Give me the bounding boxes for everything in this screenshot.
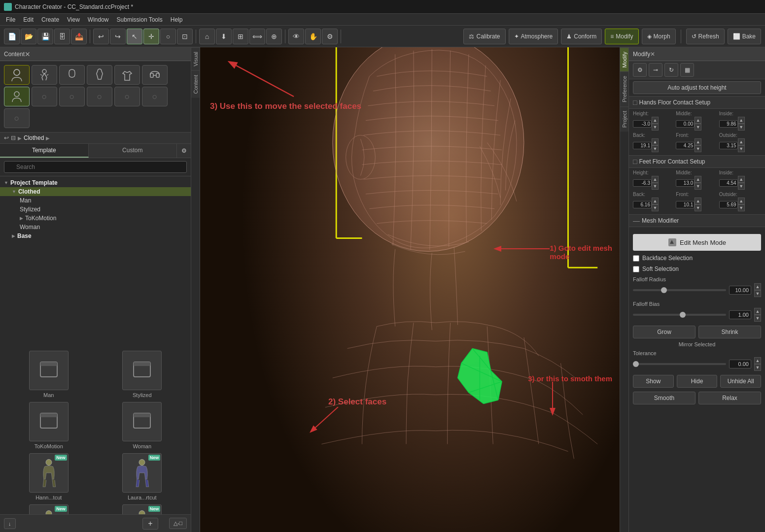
tab-template[interactable]: Template [0,144,89,158]
hands-front-input[interactable] [676,142,695,149]
tolerance-down[interactable]: ▼ [754,364,761,371]
circle-tool-button[interactable]: ○ [160,29,176,44]
tree-woman[interactable]: Woman [0,223,191,232]
hands-back-down[interactable]: ▼ [652,145,659,152]
feet-middle-input[interactable] [676,179,695,187]
tolerance-up[interactable]: ▲ [754,357,761,364]
falloff-radius-thumb[interactable] [661,287,667,293]
feet-inside-down[interactable]: ▼ [738,183,745,190]
modify-tool-edit1[interactable]: ⊸ [649,63,662,77]
settings2-button[interactable]: ⚙ [322,29,338,44]
pivot-button[interactable]: ⊕ [266,29,282,44]
modify-tool-settings[interactable]: ⚙ [633,63,647,77]
conform-button[interactable]: ♟ Conform [561,29,602,44]
new-file-button[interactable]: 📄 [4,29,20,44]
feet-back-down[interactable]: ▼ [652,204,659,211]
save-as-button[interactable]: 🗄 [54,29,70,44]
cat-circle3-icon[interactable]: ○ [87,87,112,106]
hands-outside-up[interactable]: ▲ [738,138,745,145]
hands-back-up[interactable]: ▲ [652,138,659,145]
thumb-woman[interactable]: Woman [98,402,187,449]
falloff-bias-thumb[interactable] [680,312,686,318]
thumb-stylized[interactable]: Stylized [98,351,187,398]
thumb-linus[interactable]: New Linus...rtcut [4,504,94,514]
hands-height-up[interactable]: ▲ [652,117,659,124]
calibrate-button[interactable]: ⚖ Calibrate [463,29,505,44]
feet-height-input[interactable] [633,179,652,187]
menu-edit[interactable]: Edit [19,15,37,24]
redo-button[interactable]: ↪ [110,29,126,44]
right-tab-preference[interactable]: Preference [620,71,628,106]
expand-button[interactable]: ⊡ [177,29,193,44]
tree-clothed[interactable]: ▼ Clothed [0,187,191,196]
export-button[interactable]: 📤 [71,29,87,44]
auto-adjust-button[interactable]: Auto adjust foot height [633,81,761,94]
hands-middle-input[interactable] [676,120,695,128]
falloff-radius-up[interactable]: ▲ [754,283,761,290]
hide-button[interactable]: Hide [677,375,718,388]
cat-hair-icon[interactable] [59,65,85,85]
import-button[interactable]: ⬇ [216,29,232,44]
falloff-bias-input[interactable] [729,310,751,319]
tab-settings-button[interactable]: ⚙ [177,144,191,158]
falloff-bias-track[interactable] [633,314,726,316]
feet-middle-down[interactable]: ▼ [695,183,701,190]
falloff-radius-down[interactable]: ▼ [754,290,761,297]
tree-tokomion[interactable]: ▶ ToKoMotion [0,214,191,223]
menu-create[interactable]: Create [37,15,63,24]
backface-checkbox[interactable] [633,255,639,262]
hands-inside-up[interactable]: ▲ [738,117,745,124]
shrink-button[interactable]: Shrink [698,326,761,338]
thumb-hann[interactable]: New Hann...tcut [4,453,94,500]
tree-stylized[interactable]: Stylized [0,205,191,214]
falloff-radius-input[interactable] [729,286,751,295]
right-tab-modify[interactable]: Modify [620,47,628,71]
select-button[interactable]: ↖ [127,29,142,44]
tolerance-track[interactable] [633,363,726,365]
tree-base[interactable]: ▶ Base [0,232,191,240]
side-tab-content[interactable]: Content [191,70,200,98]
open-button[interactable]: 📂 [21,29,36,44]
tolerance-input[interactable] [729,360,751,368]
thumb-natalie[interactable]: New NATALIE [98,504,187,514]
cat-circle2-icon[interactable]: ○ [59,87,85,106]
modify-tool-edit2[interactable]: ↻ [664,63,678,77]
hands-height-down[interactable]: ▼ [652,124,659,131]
cat-motion-icon[interactable] [32,65,57,85]
cat-clothes-icon[interactable] [114,65,140,85]
feet-height-down[interactable]: ▼ [652,183,659,190]
falloff-radius-track[interactable] [633,289,726,291]
hands-floor-header[interactable]: □ Hands Floor Contact Setup [629,97,765,109]
breadcrumb-clothed[interactable]: Clothed [24,134,44,141]
unhide-all-button[interactable]: Unhide All [720,375,761,388]
show-button[interactable]: Show [633,375,674,388]
tab-custom[interactable]: Custom [89,144,177,158]
thumb-laura[interactable]: New Laura...rtcut [98,453,187,500]
menu-help[interactable]: Help [167,15,187,24]
modify-tool-grid[interactable]: ▦ [680,63,694,77]
hands-outside-input[interactable] [719,142,738,149]
cat-profile-icon[interactable] [4,87,30,106]
feet-back-input[interactable] [633,201,652,208]
hands-front-down[interactable]: ▼ [695,145,701,152]
soft-selection-checkbox[interactable] [633,266,639,272]
hands-outside-down[interactable]: ▼ [738,145,745,152]
cat-circle6-icon[interactable]: ○ [4,108,30,128]
mesh-modifier-header[interactable]: — Mesh Modifier [629,215,765,227]
hands-back-input[interactable] [633,142,652,149]
undo-button[interactable]: ↩ [93,29,109,44]
tree-project-template[interactable]: ▼ Project Template [0,178,191,187]
thumb-tokomion[interactable]: ToKoMotion [4,402,94,449]
smooth-button[interactable]: Smooth [633,392,695,404]
falloff-bias-up[interactable]: ▲ [754,308,761,315]
feet-middle-up[interactable]: ▲ [695,176,701,183]
feet-height-up[interactable]: ▲ [652,176,659,183]
hands-middle-up[interactable]: ▲ [695,117,701,124]
move-button[interactable]: ✛ [143,29,159,44]
search-input[interactable] [4,161,187,173]
right-tab-project[interactable]: Project [620,106,628,132]
refresh-button[interactable]: ↺ Refresh [686,29,725,44]
breadcrumb-home-icon[interactable]: ⊟ [11,134,16,141]
grow-button[interactable]: Grow [633,326,695,338]
hands-inside-input[interactable] [719,120,738,128]
